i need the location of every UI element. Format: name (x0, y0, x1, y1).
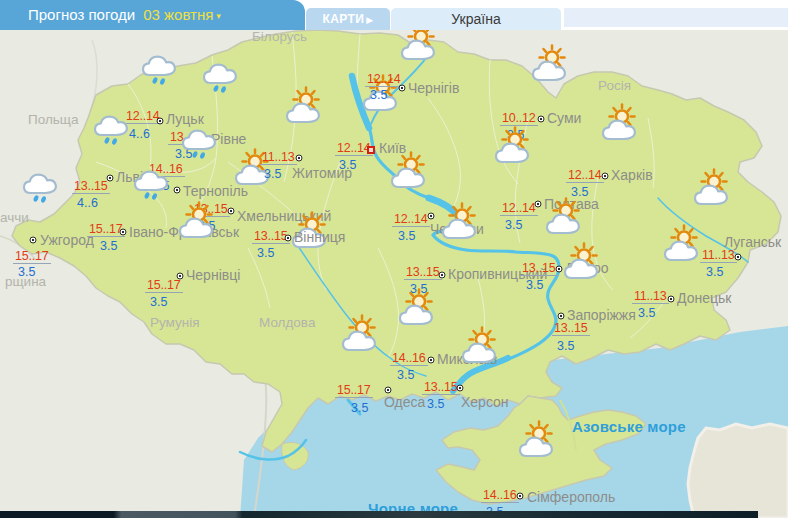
bottom-edge-bar (0, 511, 758, 518)
city-wind: 3.5 (257, 247, 274, 260)
city-temperature: 15..17 (13, 250, 51, 264)
city-wind: 3.5 (351, 402, 368, 415)
city-wind: 3.5 (706, 266, 723, 279)
city-marker-icon[interactable] (177, 273, 184, 280)
city-marker-icon[interactable] (439, 272, 446, 279)
city-temperature: 14..16 (481, 489, 519, 503)
tab-maps-label: КАРТИ (322, 12, 364, 26)
city-temperature: 15..17 (145, 279, 183, 293)
city-temperature: 13..15 (552, 322, 590, 336)
city-wind: 3.5 (264, 168, 281, 181)
city-marker-icon[interactable] (120, 229, 127, 236)
city-temperature: 13..15 (404, 266, 442, 280)
city-name[interactable]: Ужгород (40, 233, 94, 248)
city-marker-icon[interactable] (538, 116, 545, 123)
forecast-title-bar: Прогноз погоди03 жовтня▾ (0, 0, 305, 30)
city-name[interactable]: Харків (611, 168, 653, 183)
date-selector[interactable]: 03 жовтня▾ (143, 6, 221, 23)
city-marker-icon[interactable] (558, 313, 565, 320)
city-wind: 3.5 (427, 398, 444, 411)
sun-behind-cloud-icon (516, 450, 560, 492)
date-value: 03 жовтня (143, 6, 213, 23)
city-forecasts: 12..144..6Луцьк 13..153.5Рівне 13..154..… (0, 30, 788, 518)
city-temperature: 11..13 (632, 290, 669, 304)
city-temperature: 13..15 (72, 180, 110, 194)
sun-behind-cloud-icon (289, 241, 333, 283)
city-marker-icon[interactable] (285, 235, 292, 242)
city-name[interactable]: Чернівці (186, 268, 240, 283)
city-name[interactable]: Вінниця (294, 230, 345, 245)
city-wind: 3.5 (370, 89, 387, 102)
city-wind: 3.5 (339, 159, 356, 172)
city-wind: 3.5 (100, 240, 117, 253)
city-name[interactable]: Одеса (384, 395, 425, 410)
city-marker-icon[interactable] (428, 357, 435, 364)
city-name[interactable]: Чернігів (408, 81, 459, 96)
city-wind: 3.5 (557, 340, 574, 353)
city-wind: 3.5 (398, 230, 415, 243)
capital-marker-icon[interactable] (367, 146, 375, 154)
city-name[interactable]: Суми (547, 111, 581, 126)
tab-maps[interactable]: КАРТИ▶ (306, 8, 390, 30)
city-temperature: 10..12 (500, 112, 538, 126)
city-marker-icon[interactable] (30, 237, 37, 244)
city-wind: 3.5 (638, 307, 655, 320)
city-marker-icon[interactable] (157, 118, 164, 125)
sun-behind-cloud-icon (492, 156, 536, 198)
city-temperature: 13..15 (520, 262, 558, 276)
city-wind: 4..6 (77, 197, 98, 210)
city-temperature: 12..14 (500, 202, 538, 216)
city-name[interactable]: Луганськ (724, 235, 781, 250)
rain-cloud-icon (20, 194, 64, 236)
city-marker-icon[interactable] (296, 155, 303, 162)
city-marker-icon[interactable] (385, 387, 392, 394)
city-name[interactable]: Донецьк (677, 291, 731, 306)
tab-ukraine-label: Україна (451, 11, 500, 27)
city-wind: 3.5 (150, 296, 167, 309)
page-title: Прогноз погоди (28, 6, 135, 23)
city-marker-icon[interactable] (735, 254, 742, 261)
city-marker-icon[interactable] (457, 385, 464, 392)
city-temperature: 11..13 (700, 249, 737, 263)
city-marker-icon[interactable] (107, 175, 114, 182)
weather-forecast-screen: БілорусьРосіяПольщаРумуніяМолдовааччирщи… (0, 0, 788, 518)
sun-behind-cloud-icon (459, 356, 503, 398)
city-marker-icon[interactable] (428, 213, 435, 220)
city-wind: 3.5 (397, 369, 414, 382)
tab-ukraine[interactable]: Україна (391, 8, 561, 30)
tab-bar-filler (564, 8, 788, 27)
chevron-down-icon: ▾ (216, 11, 221, 21)
city-marker-icon[interactable] (517, 493, 524, 500)
city-marker-icon[interactable] (399, 85, 406, 92)
city-wind: 3.5 (505, 219, 522, 232)
city-marker-icon[interactable] (668, 296, 675, 303)
city-temperature: 12..14 (365, 73, 403, 87)
city-temperature: 13..15 (422, 381, 460, 395)
city-name[interactable]: Запоріжжя (567, 308, 636, 323)
sun-behind-cloud-icon (339, 344, 383, 386)
city-temperature: 15..17 (335, 384, 373, 398)
city-marker-icon[interactable] (602, 173, 609, 180)
city-marker-icon[interactable] (535, 201, 542, 208)
city-wind: 3.5 (18, 266, 35, 279)
arrow-right-icon: ▶ (366, 15, 373, 25)
city-wind: 3.5 (526, 279, 543, 292)
city-temperature: 12..14 (566, 169, 604, 183)
city-temperature: 12..14 (392, 213, 430, 227)
city-marker-icon[interactable] (228, 208, 235, 215)
city-temperature: 14..16 (390, 352, 428, 366)
city-name[interactable]: Сімферополь (527, 490, 615, 505)
city-temperature: 11..13 (260, 151, 297, 165)
header: Прогноз погоди03 жовтня▾ КАРТИ▶ Україна (0, 0, 788, 30)
ukraine-weather-map: БілорусьРосіяПольщаРумуніяМолдовааччирщи… (0, 30, 788, 518)
city-name[interactable]: Херсон (461, 395, 509, 410)
